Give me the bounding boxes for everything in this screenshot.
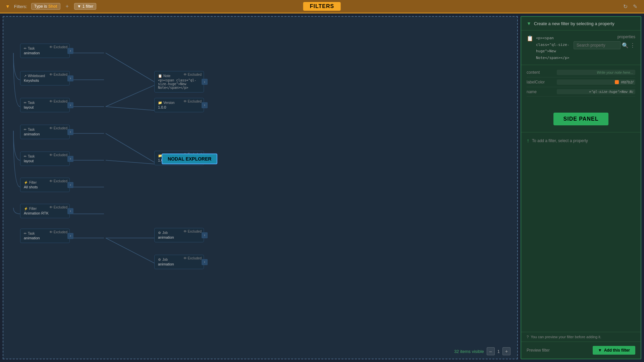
node-task-layout-2[interactable]: 👁Excluded ✏Task layout › bbox=[20, 152, 70, 166]
node-name-note: <p><span class="ql-size-huge">New Note</… bbox=[158, 78, 200, 89]
excluded-badge-8: 👁Excluded bbox=[49, 230, 67, 234]
node-expand-btn-1[interactable]: › bbox=[67, 48, 73, 54]
warning-message: You can preview your filter before addin… bbox=[531, 335, 601, 339]
properties-table: content Write your note here... labelCol… bbox=[521, 65, 641, 99]
filter-count-badge: ▼ 1 filter bbox=[74, 3, 97, 10]
top-bar: ▼ Filters: Type is Shot + ▼ 1 filter FIL… bbox=[0, 0, 644, 13]
side-panel-btn-area: SIDE PANEL bbox=[521, 106, 641, 132]
side-panel-header: ▼ Create a new filter by selecting a pro… bbox=[521, 17, 641, 31]
node-expand-job1[interactable]: › bbox=[202, 232, 208, 238]
node-task-layout-1[interactable]: 👁Excluded ✏Task layout › bbox=[20, 98, 70, 112]
excluded-badge-job1: 👁Excluded bbox=[183, 230, 202, 233]
node-name-2: Keyshots bbox=[24, 78, 66, 82]
side-panel: ▼ Create a new filter by selecting a pro… bbox=[521, 16, 641, 359]
node-name-6: All shots bbox=[24, 185, 66, 189]
title-badge: FILTERS bbox=[303, 2, 341, 11]
add-filter-button[interactable]: + bbox=[64, 3, 70, 9]
prop-name-content: content bbox=[527, 70, 557, 75]
side-panel-footer: Preview filter ▼ Add this filter bbox=[521, 342, 641, 359]
add-filter-green-button[interactable]: ▼ Add this filter bbox=[593, 346, 635, 355]
excluded-badge-version1: 👁Excluded bbox=[183, 100, 202, 103]
prop-name-labelcolor: labelColor bbox=[527, 80, 557, 84]
panel-header-icon: ▼ bbox=[527, 21, 531, 26]
page-count-bar: 32 items visible – 1 + bbox=[454, 347, 511, 355]
connector-svg bbox=[3, 17, 517, 359]
node-name-3: layout bbox=[24, 105, 66, 109]
svg-line-10 bbox=[106, 107, 158, 111]
excluded-badge-6: 👁Excluded bbox=[49, 179, 67, 183]
filter-count-text: 1 filter bbox=[83, 4, 94, 9]
node-version-1[interactable]: 👁Excluded 📁Version 1.0.0 › bbox=[154, 98, 204, 112]
node-expand-note[interactable]: › bbox=[202, 79, 208, 85]
prop-value-content: Write your note here... bbox=[557, 70, 635, 75]
excluded-badge-2: 👁Excluded bbox=[49, 73, 67, 76]
edit-button[interactable]: ✎ bbox=[632, 2, 639, 11]
node-filter-animation-rtk[interactable]: 👁Excluded ⚡Filter Animation RTK › bbox=[20, 204, 70, 218]
refresh-button[interactable]: ↻ bbox=[622, 2, 629, 11]
excluded-badge-4: 👁Excluded bbox=[49, 126, 67, 130]
nodal-area: 👁Excluded ✏Task animation › 👁Excluded ↗W… bbox=[3, 16, 518, 359]
node-filter-all-shots[interactable]: 👁Excluded ⚡Filter All shots › bbox=[20, 178, 70, 192]
node-expand-btn-2[interactable]: › bbox=[67, 75, 73, 81]
excluded-badge-1: 👁Excluded bbox=[49, 45, 67, 49]
svg-line-8 bbox=[106, 53, 158, 84]
note-preview-text: <p><span class="ql-size-huge">New Note</… bbox=[536, 36, 569, 60]
node-name-8: animation bbox=[24, 236, 66, 240]
search-extra-icon: ⋮ bbox=[630, 42, 635, 49]
svg-line-12 bbox=[106, 160, 158, 164]
nodal-explorer-tooltip[interactable]: NODAL EXPLORER bbox=[162, 154, 217, 164]
node-expand-btn-5[interactable]: › bbox=[67, 156, 73, 162]
node-expand-btn-8[interactable]: › bbox=[67, 233, 73, 239]
page-number: 1 bbox=[497, 349, 500, 354]
node-expand-job2[interactable]: › bbox=[202, 259, 208, 265]
items-visible: 32 items visible bbox=[454, 349, 484, 354]
node-expand-version1[interactable]: › bbox=[202, 102, 208, 108]
node-expand-btn-6[interactable]: › bbox=[67, 182, 73, 188]
chip-prefix: Type is bbox=[34, 4, 47, 9]
svg-line-14 bbox=[106, 238, 158, 265]
warning-text: ? You can preview your filter before add… bbox=[527, 335, 635, 339]
filter-funnel-icon: ▼ bbox=[5, 4, 10, 9]
prop-row-content: content Write your note here... bbox=[527, 68, 635, 77]
node-whiteboard[interactable]: 👁Excluded ↗Whiteboard Keyshots › bbox=[20, 71, 70, 85]
warning-row: ? You can preview your filter before add… bbox=[521, 332, 641, 342]
excluded-badge-note: 👁Excluded bbox=[183, 73, 202, 76]
node-expand-btn-3[interactable]: › bbox=[67, 102, 73, 108]
preview-filter-label: Preview filter bbox=[527, 348, 550, 353]
node-note[interactable]: 👁Excluded 📋Note <p><span class="ql-size-… bbox=[154, 71, 204, 93]
node-job-2[interactable]: 👁Excluded ⚙Job animation › bbox=[154, 255, 204, 269]
color-value-text: #fd7b1f bbox=[621, 80, 633, 84]
node-name-job2: animation bbox=[158, 262, 200, 266]
page-next-btn[interactable]: + bbox=[502, 347, 511, 355]
prop-row-name: name ="ql-size-huge">New Nc bbox=[527, 87, 635, 97]
add-filter-info: ↑ To add a filter, select a property bbox=[521, 132, 641, 149]
type-filter-chip[interactable]: Type is Shot bbox=[31, 3, 60, 10]
side-panel-main-button[interactable]: SIDE PANEL bbox=[553, 113, 609, 125]
page-prev-btn[interactable]: – bbox=[487, 347, 495, 355]
node-name-1: animation bbox=[24, 51, 66, 55]
excluded-badge-job2: 👁Excluded bbox=[183, 256, 202, 260]
chip-value: Shot bbox=[48, 4, 57, 9]
node-expand-btn-7[interactable]: › bbox=[67, 208, 73, 214]
top-bar-actions: ↻ ✎ bbox=[622, 2, 639, 11]
note-preview: 📋 <p><span class="ql-size-huge">New Note… bbox=[521, 31, 641, 65]
search-icon: 🔍 bbox=[622, 42, 629, 49]
note-preview-icon: 📋 bbox=[527, 35, 533, 42]
node-task-animation-1[interactable]: 👁Excluded ✏Task animation › bbox=[20, 44, 70, 58]
node-job-1[interactable]: 👁Excluded ⚙Job animation › bbox=[154, 228, 204, 242]
prop-value-name: ="ql-size-huge">New Nc bbox=[557, 89, 635, 94]
node-expand-btn-4[interactable]: › bbox=[67, 129, 73, 135]
add-filter-info-icon: ↑ bbox=[527, 138, 529, 144]
svg-line-11 bbox=[106, 133, 158, 164]
excluded-badge-7: 👁Excluded bbox=[49, 205, 67, 209]
search-property-input[interactable] bbox=[574, 41, 621, 49]
panel-header-title: Create a new filter by selecting a prope… bbox=[534, 21, 614, 26]
node-name-7: Animation RTK bbox=[24, 211, 66, 215]
node-name-5: layout bbox=[24, 159, 66, 163]
add-filter-btn-icon: ▼ bbox=[598, 348, 602, 353]
prop-row-labelcolor: labelColor #fd7b1f bbox=[527, 77, 635, 87]
properties-label: properties bbox=[618, 35, 635, 39]
node-task-animation-2[interactable]: 👁Excluded ✏Task animation › bbox=[20, 125, 70, 139]
svg-line-9 bbox=[106, 84, 158, 107]
node-task-animation-3[interactable]: 👁Excluded ✏Task animation › bbox=[20, 229, 70, 243]
